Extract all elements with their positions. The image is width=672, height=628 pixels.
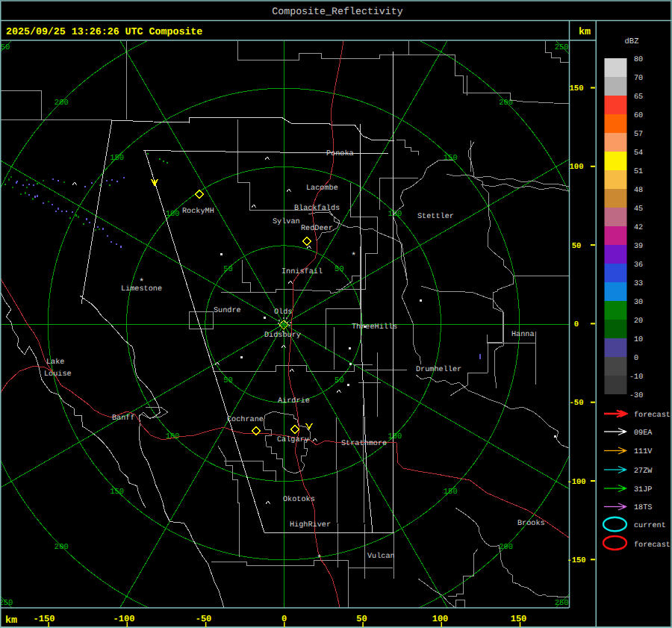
svg-text:-150: -150 (567, 556, 585, 565)
svg-text:100: 100 (432, 614, 449, 624)
svg-text:70: 70 (634, 75, 643, 83)
svg-text:150: 150 (570, 84, 584, 93)
svg-text:100: 100 (166, 432, 180, 441)
svg-text:Banff: Banff (112, 414, 135, 423)
svg-text:RedDeer: RedDeer (301, 224, 333, 233)
svg-text:-150: -150 (34, 614, 55, 624)
svg-text:*: * (351, 251, 356, 261)
svg-text:km: km (579, 26, 591, 37)
svg-text:50: 50 (223, 376, 233, 385)
svg-text:200: 200 (55, 543, 69, 552)
svg-text:150: 150 (444, 488, 458, 497)
svg-text:250: 250 (555, 43, 569, 52)
svg-text:Vulcan: Vulcan (367, 552, 395, 561)
svg-text:Innisfail: Innisfail (281, 267, 323, 276)
svg-text:current: current (634, 522, 666, 530)
svg-text:60: 60 (634, 112, 643, 120)
svg-text:50: 50 (335, 376, 344, 385)
svg-text:Airdrie: Airdrie (278, 397, 310, 405)
svg-text:Calgary: Calgary (277, 435, 309, 444)
svg-text:Sylvan: Sylvan (273, 217, 300, 226)
svg-text:50: 50 (572, 242, 582, 251)
svg-text:0: 0 (574, 320, 579, 329)
svg-text:-100: -100 (113, 614, 135, 624)
svg-text:33: 33 (634, 280, 643, 288)
svg-text:200: 200 (499, 543, 513, 552)
svg-text:forecast: forecast (634, 411, 671, 420)
svg-text:Composite_Reflectivity: Composite_Reflectivity (272, 6, 403, 17)
svg-text:150: 150 (110, 488, 124, 497)
svg-text:10: 10 (634, 336, 643, 344)
svg-text:Strathmore: Strathmore (341, 439, 387, 448)
svg-text:31JP: 31JP (634, 486, 652, 494)
svg-text:dBZ: dBZ (625, 37, 639, 46)
svg-text:2025/09/25 13:26:26 UTC Compos: 2025/09/25 13:26:26 UTC Composite (6, 26, 202, 37)
svg-text:27ZW: 27ZW (634, 467, 653, 476)
svg-text:Lake: Lake (46, 358, 64, 367)
svg-text:Blackfalds: Blackfalds (294, 204, 340, 213)
svg-text:-100: -100 (567, 478, 585, 487)
svg-text:250: 250 (0, 599, 13, 608)
svg-text:51: 51 (634, 168, 643, 176)
svg-text:50: 50 (223, 265, 233, 274)
svg-text:200: 200 (55, 99, 69, 108)
svg-text:forecast: forecast (634, 541, 671, 550)
svg-text:50: 50 (356, 614, 367, 624)
svg-text:RockyMH: RockyMH (182, 207, 214, 216)
svg-text:65: 65 (634, 93, 643, 102)
svg-text:150: 150 (511, 614, 527, 624)
svg-text:Stettler: Stettler (417, 212, 454, 221)
svg-text:36: 36 (634, 261, 643, 270)
svg-text:-50: -50 (196, 614, 212, 624)
svg-text:Olds: Olds (274, 308, 292, 317)
svg-text:150: 150 (110, 154, 124, 163)
svg-text:ThreeHills: ThreeHills (352, 323, 397, 332)
svg-text:Cochrane: Cochrane (227, 415, 264, 424)
svg-text:Lacombe: Lacombe (306, 184, 338, 193)
svg-text:Sundre: Sundre (214, 306, 241, 315)
svg-text:18TS: 18TS (634, 504, 652, 512)
svg-text:km: km (5, 615, 17, 626)
svg-text:Brooks: Brooks (517, 519, 545, 528)
svg-text:100: 100 (388, 432, 402, 441)
svg-text:111V: 111V (634, 448, 653, 456)
svg-text:Louise: Louise (44, 370, 72, 379)
svg-text:Okotoks: Okotoks (283, 495, 315, 504)
svg-text:250: 250 (0, 43, 10, 52)
svg-text:250: 250 (555, 599, 569, 608)
svg-text:20: 20 (634, 317, 643, 326)
svg-text:Didsbury: Didsbury (264, 331, 301, 340)
svg-text:0: 0 (634, 355, 638, 363)
svg-text:09EA: 09EA (634, 429, 653, 438)
svg-text:54: 54 (634, 149, 643, 158)
svg-text:Drumheller: Drumheller (416, 365, 461, 374)
svg-text:48: 48 (634, 187, 643, 195)
svg-text:-50: -50 (570, 399, 584, 408)
svg-text:Limestone: Limestone (121, 285, 162, 293)
svg-text:50: 50 (335, 265, 344, 274)
svg-text:Ponoka: Ponoka (326, 149, 354, 158)
svg-text:100: 100 (570, 163, 584, 172)
svg-text:*: * (317, 553, 322, 564)
svg-text:30: 30 (634, 299, 643, 307)
svg-text:-30: -30 (629, 392, 643, 400)
svg-text:Hanna: Hanna (511, 331, 535, 339)
svg-text:100: 100 (388, 210, 402, 219)
svg-text:42: 42 (634, 224, 643, 232)
svg-text:-10: -10 (629, 373, 643, 382)
svg-text:HighRiver: HighRiver (290, 520, 331, 529)
svg-text:45: 45 (634, 205, 643, 214)
svg-text:57: 57 (634, 131, 643, 139)
svg-text:150: 150 (444, 154, 458, 163)
svg-text:80: 80 (634, 56, 643, 64)
svg-text:39: 39 (634, 243, 643, 251)
svg-text:100: 100 (166, 210, 180, 219)
